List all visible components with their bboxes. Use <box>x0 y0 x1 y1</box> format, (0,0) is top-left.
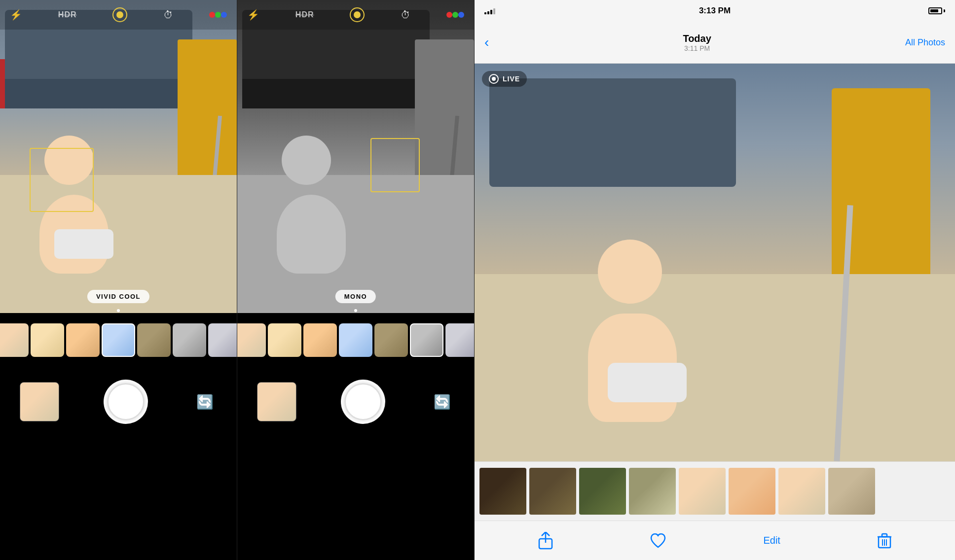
color-red <box>209 12 215 18</box>
camera-panel-2: ⚡ HDR ⏱ MONO <box>237 0 474 560</box>
flip-icon: 🔄 <box>196 394 214 410</box>
photos-action-bar: Edit <box>475 521 955 560</box>
flip-icon-2: 🔄 <box>434 394 451 410</box>
live-circle-icon <box>489 74 499 84</box>
photos-thumbnails-strip[interactable] <box>475 461 955 521</box>
color-blue <box>221 12 227 18</box>
filter-thumb-vivid-cool[interactable] <box>102 323 135 357</box>
heart-icon <box>650 533 666 548</box>
color-green-2 <box>452 12 458 18</box>
edit-label: Edit <box>763 535 780 546</box>
filters-icon[interactable] <box>209 12 227 18</box>
color-green <box>215 12 221 18</box>
header-center: Today 3:11 PM <box>683 33 711 52</box>
filter-thumb-preview <box>137 323 171 357</box>
filters-icon-2[interactable] <box>446 12 464 18</box>
live-photo-badge[interactable]: LIVE <box>482 71 527 87</box>
last-photo-thumb-1[interactable] <box>20 382 59 421</box>
timer-icon-2[interactable]: ⏱ <box>401 9 410 21</box>
main-photo-view[interactable]: LIVE <box>475 64 955 461</box>
filter-strip-1[interactable] <box>0 313 237 362</box>
couch-seat <box>5 79 192 108</box>
shutter-inner <box>107 383 145 420</box>
hdr-button-2[interactable]: HDR <box>295 10 314 19</box>
main-baby <box>573 235 711 422</box>
live-photo-button[interactable] <box>112 7 127 22</box>
shutter-button-1[interactable] <box>104 380 148 424</box>
hdr-button[interactable]: HDR <box>58 10 77 19</box>
photo-scene <box>475 64 955 461</box>
filter-strip-2[interactable] <box>237 313 474 362</box>
face-detection-box-2 <box>370 138 420 192</box>
filter-thumb-dramatic-2[interactable] <box>374 323 408 357</box>
filter-thumb-vivid-2[interactable] <box>268 323 301 357</box>
filter-thumb-none-2[interactable] <box>237 323 266 357</box>
camera-controls-1: 🔄 <box>0 362 237 441</box>
background-chair-2 <box>415 39 474 187</box>
filter-thumb-preview <box>173 323 206 357</box>
strip-thumb-2[interactable] <box>529 468 576 515</box>
viewfinder-1[interactable]: ⚡ HDR ⏱ VIVID COOL <box>0 0 237 313</box>
strip-thumb-6[interactable] <box>729 468 775 515</box>
filter-thumb-silvertone[interactable] <box>208 323 237 357</box>
battery-tip <box>944 9 945 12</box>
delete-button[interactable] <box>874 529 895 553</box>
filter-thumb-vivid-warm-2[interactable] <box>303 323 337 357</box>
svg-rect-4 <box>882 534 887 537</box>
filter-thumb-none[interactable] <box>0 323 29 357</box>
baby-subject-2 <box>267 136 375 274</box>
strip-thumb-7[interactable] <box>778 468 825 515</box>
strip-thumb-8[interactable] <box>828 468 875 515</box>
filter-strip-indicator <box>117 309 120 312</box>
flip-camera-button-2[interactable]: 🔄 <box>430 389 454 414</box>
filter-thumb-mono[interactable] <box>173 323 206 357</box>
filter-thumb-mono-2[interactable] <box>410 323 443 357</box>
photos-panel: 3:13 PM ‹ Today 3:11 PM All Photos <box>475 0 955 560</box>
flip-camera-button-1[interactable]: 🔄 <box>192 389 217 414</box>
shutter-button-2[interactable] <box>341 380 385 424</box>
last-photo-thumb-2[interactable] <box>257 382 296 421</box>
filter-label-2: MONO <box>335 290 376 303</box>
main-floor <box>475 274 955 461</box>
viewfinder-2[interactable]: ⚡ HDR ⏱ MONO <box>237 0 474 313</box>
timer-icon[interactable]: ⏱ <box>163 9 173 21</box>
photos-header: ‹ Today 3:11 PM All Photos <box>475 22 955 64</box>
like-button[interactable] <box>646 529 670 552</box>
background-chair <box>178 39 237 187</box>
filter-thumb-vivid-warm[interactable] <box>66 323 100 357</box>
face-detection-box <box>30 148 94 212</box>
battery-indicator <box>928 7 945 14</box>
share-icon <box>538 532 553 550</box>
strip-thumb-5[interactable] <box>679 468 726 515</box>
bar-3 <box>490 10 492 14</box>
strip-thumb-1[interactable] <box>479 468 526 515</box>
color-blue-2 <box>458 12 464 18</box>
signal-bars <box>484 7 495 14</box>
filter-thumb-silvertone-2[interactable] <box>445 323 474 357</box>
signal-area <box>484 7 495 14</box>
back-button[interactable]: ‹ <box>484 35 489 50</box>
edit-button[interactable]: Edit <box>759 531 784 550</box>
bar-2 <box>487 11 489 14</box>
color-red-2 <box>446 12 452 18</box>
share-button[interactable] <box>534 528 557 554</box>
camera-controls-2: 🔄 <box>237 362 474 441</box>
trash-icon <box>878 533 891 549</box>
header-subtitle: 3:11 PM <box>683 44 711 52</box>
camera-toolbar-1: ⚡ HDR ⏱ <box>0 0 237 30</box>
filter-thumb-dramatic[interactable] <box>137 323 171 357</box>
battery-body <box>928 7 942 14</box>
strip-thumb-3[interactable] <box>579 468 626 515</box>
filter-thumb-vivid-cool-2[interactable] <box>339 323 372 357</box>
flash-icon[interactable]: ⚡ <box>10 9 22 21</box>
couch-seat-2 <box>242 79 430 108</box>
filter-thumb-preview <box>103 324 134 356</box>
live-photo-button-2[interactable] <box>350 7 365 22</box>
filter-label-1: VIVID COOL <box>87 290 149 303</box>
camera-panel-1: ⚡ HDR ⏱ VIVID COOL <box>0 0 237 560</box>
flash-icon-2[interactable]: ⚡ <box>247 9 259 21</box>
camera-bottom-2: 🔄 <box>237 313 474 560</box>
filter-thumb-vivid[interactable] <box>31 323 64 357</box>
all-photos-button[interactable]: All Photos <box>905 37 945 48</box>
strip-thumb-4[interactable] <box>629 468 676 515</box>
